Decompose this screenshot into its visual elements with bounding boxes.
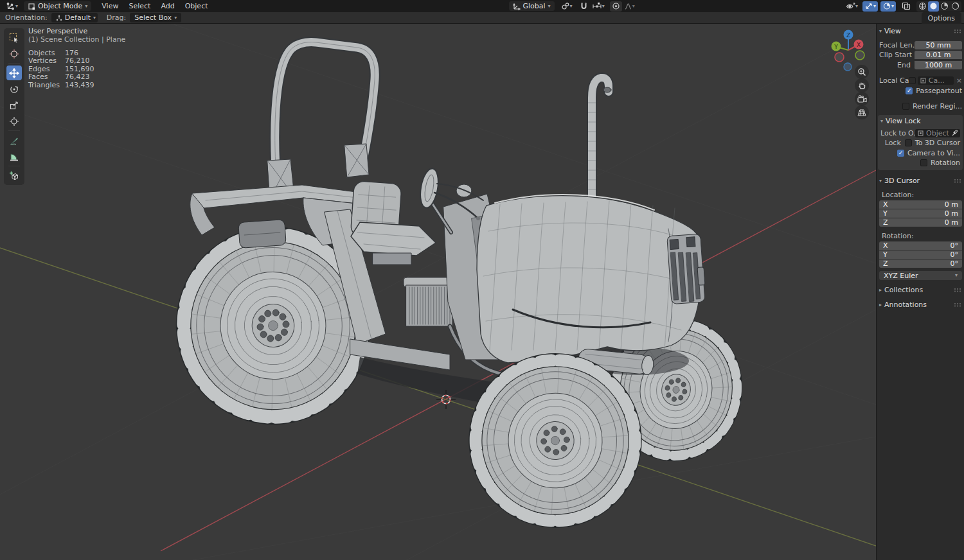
clip-start-field[interactable]: 0.01 m (915, 51, 962, 59)
focal-length-field[interactable]: 50 mm (915, 41, 962, 49)
lock-to-cursor-row: Lock To 3D Cursor (880, 139, 960, 148)
viewport-overlay-text: User Perspective (1) Scene Collection | … (28, 28, 125, 89)
clip-start-row: Clip Start 0.01 m (879, 51, 962, 60)
menu-object[interactable]: Object (180, 2, 213, 10)
menu-add[interactable]: Add (156, 2, 179, 10)
pivot-point-dropdown[interactable]: ▾ (559, 1, 575, 12)
cursor-panel-header[interactable]: ▾ 3D Cursor (879, 176, 962, 186)
measure-tool[interactable] (6, 149, 22, 164)
rotation-label: Rotation: (882, 232, 962, 240)
object-data-icon (920, 78, 926, 83)
lock-to-object-row: Lock to O... Object (880, 128, 960, 138)
clip-end-row: End 1000 m (879, 60, 962, 70)
local-camera-field[interactable]: Ca... (918, 76, 954, 85)
view-panel-header[interactable]: ▾ View (879, 26, 962, 36)
focal-length-row: Focal Len... 50 mm (879, 40, 962, 50)
cursor-location-y[interactable]: Y0 m (879, 209, 962, 218)
transform-tool[interactable] (6, 114, 22, 128)
render-region-row: Render Regi... (879, 102, 962, 112)
orientation-default-dropdown[interactable]: Default ▾ (51, 13, 98, 22)
cursor-rotation-z[interactable]: Z0° (879, 259, 962, 268)
camera-to-view-checkbox[interactable]: ✓ (897, 150, 904, 157)
cursor-rotation-x[interactable]: X0° (879, 241, 962, 250)
panel-grip-icon (954, 287, 962, 293)
object-mode-icon (28, 3, 35, 10)
gizmos-toggle[interactable]: ▾ (862, 1, 878, 12)
camera-view-button[interactable] (855, 92, 869, 106)
annotate-tool[interactable] (6, 133, 22, 148)
cursor-location-x[interactable]: X0 m (879, 200, 962, 209)
pan-view-button[interactable] (855, 78, 869, 92)
transform-orientation-dropdown[interactable]: Global ▾ (509, 1, 555, 11)
annotations-panel-header[interactable]: ▸ Annotations (879, 300, 962, 310)
tool-settings-bar: Orientation: Default ▾ Drag: Select Box … (0, 12, 964, 24)
gizmo-minus-z-axis[interactable] (844, 63, 852, 71)
collections-panel-header[interactable]: ▸ Collections (879, 285, 962, 295)
rotation-mode-dropdown[interactable]: XYZ Euler ▾ (879, 271, 962, 280)
render-region-checkbox[interactable] (902, 103, 909, 110)
move-tool[interactable] (6, 66, 22, 80)
cursor-location-z[interactable]: Z0 m (879, 218, 962, 227)
gizmo-minus-x-axis[interactable] (835, 53, 844, 62)
clip-end-field[interactable]: 1000 m (915, 61, 962, 69)
snap-toggle-magnet-icon[interactable] (578, 1, 590, 12)
local-camera-checkbox[interactable] (909, 77, 916, 84)
to-3d-cursor-checkbox[interactable] (905, 139, 912, 146)
tractor-wireframe-scene (0, 24, 876, 560)
toggle-perspective-button[interactable] (855, 105, 869, 119)
menu-view[interactable]: View (96, 2, 123, 10)
cursor-tool[interactable] (6, 46, 22, 61)
eyedropper-icon[interactable] (952, 130, 958, 136)
view-panel-title: View (884, 27, 901, 35)
lock-rotation-row: Rotation (880, 159, 960, 168)
local-camera-row: Local Cam... Ca... × (879, 76, 962, 86)
editor-type-button[interactable]: ▾ (4, 1, 20, 12)
tractor-wireframe-model (175, 42, 749, 526)
shading-mode-group (916, 1, 961, 12)
mode-label: Object Mode (38, 2, 82, 10)
snap-target-dropdown[interactable]: ▾ (590, 1, 607, 12)
viewport-header: ▾ Object Mode ▾ View Select Add Object G… (0, 0, 964, 12)
svg-text:Y: Y (834, 44, 838, 50)
proportional-falloff-dropdown[interactable]: ▾ (622, 1, 637, 12)
clear-camera-icon[interactable]: × (956, 76, 962, 85)
passepartout-row: ✓ Passepartout (879, 86, 962, 96)
orientation-axes-icon (513, 3, 521, 10)
passepartout-checkbox[interactable]: ✓ (906, 87, 913, 94)
shading-solid-icon[interactable] (928, 1, 939, 12)
shading-material-icon[interactable] (939, 1, 950, 12)
menu-select[interactable]: Select (123, 2, 156, 10)
cursor-location-fields: X0 m Y0 m Z0 m (879, 200, 962, 227)
scale-tool[interactable] (6, 98, 22, 112)
tool-shelf (4, 28, 24, 185)
add-primitive-tool[interactable] (6, 168, 22, 183)
options-label: Options (928, 14, 955, 22)
location-label: Location: (882, 191, 962, 199)
select-box-tool[interactable] (6, 30, 22, 45)
orientation-default-value: Default (65, 13, 91, 22)
lock-rotation-checkbox[interactable] (920, 159, 927, 166)
gizmo-minus-y-axis[interactable] (855, 51, 864, 60)
rotate-tool[interactable] (6, 82, 22, 96)
collection-path: (1) Scene Collection | Plane (28, 36, 125, 44)
zoom-view-button[interactable] (855, 65, 869, 79)
drag-mode-dropdown[interactable]: Select Box ▾ (130, 13, 181, 22)
show-gizmo-visibility-dropdown[interactable]: ▾ (844, 1, 860, 12)
lock-to-object-field[interactable]: Object (915, 129, 960, 137)
view-lock-header[interactable]: ▾ View Lock (880, 116, 960, 126)
cursor-rotation-y[interactable]: Y0° (879, 250, 962, 259)
proportional-editing-toggle[interactable] (610, 1, 622, 12)
3d-viewport[interactable]: User Perspective (1) Scene Collection | … (0, 24, 876, 560)
sidebar-n-panel: ▾ View Focal Len... 50 mm Clip Start 0.0… (876, 24, 964, 560)
shading-wireframe-icon[interactable] (917, 1, 928, 12)
panel-grip-icon (954, 302, 962, 308)
drag-mode-value: Select Box (134, 13, 172, 22)
mode-selector[interactable]: Object Mode ▾ (24, 1, 91, 11)
overlays-toggle[interactable]: ▾ (880, 1, 896, 12)
orientation-value: Global (523, 2, 546, 10)
shading-rendered-icon[interactable] (950, 1, 961, 12)
svg-text:Z: Z (846, 32, 850, 39)
xray-toggle[interactable] (900, 1, 913, 12)
orientation-label: Orientation: (5, 13, 48, 22)
options-button[interactable]: Options (922, 12, 961, 24)
